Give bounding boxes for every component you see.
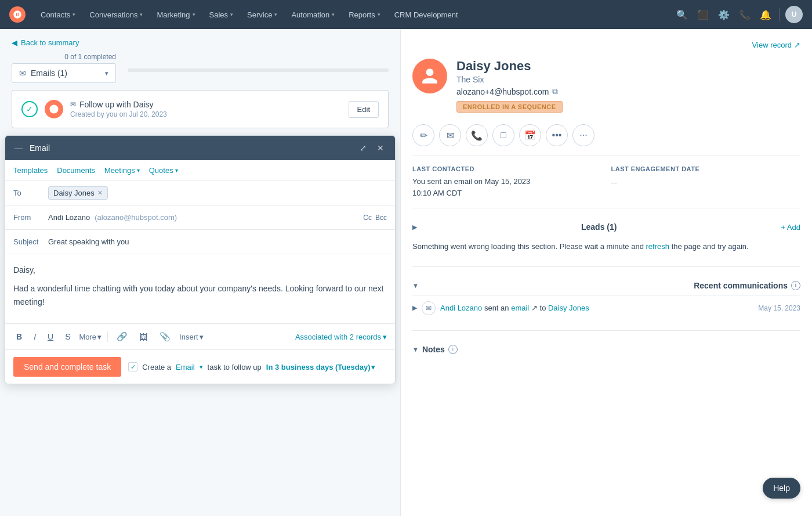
compose-title: Email — [30, 143, 351, 153]
more-formatting-button[interactable]: More ▾ — [79, 333, 102, 341]
more-actions-button[interactable]: ••• — [546, 124, 568, 146]
email-action-button[interactable]: ✉ — [439, 124, 461, 146]
last-engagement-label: LAST ENGAGEMENT DATE — [611, 165, 801, 172]
expand-compose-button[interactable]: ⤢ — [357, 142, 369, 154]
section-divider-1 — [412, 156, 800, 156]
follow-up-days-selector[interactable]: In 3 business days (Tuesday) ▾ — [266, 363, 376, 371]
comm-sender-link[interactable]: Andi Lozano — [440, 304, 482, 312]
notifications-icon[interactable]: 🔔 — [756, 5, 775, 24]
back-to-summary-link[interactable]: ◀ Back to summary — [0, 29, 400, 53]
follow-up-section: ✓ Create a Email ▾ task to follow up In … — [128, 362, 375, 371]
nav-sales[interactable]: Sales ▾ — [204, 7, 240, 23]
nav-divider — [779, 8, 780, 21]
nav-marketing[interactable]: Marketing ▾ — [151, 7, 201, 23]
nav-crm-dev[interactable]: CRM Development — [389, 7, 464, 23]
edit-task-button[interactable]: Edit — [349, 101, 379, 118]
contact-email-value: alozano+4@hubspot.com — [456, 87, 549, 96]
top-navigation: Contacts ▾ Conversations ▾ Marketing ▾ S… — [0, 0, 812, 29]
underline-button[interactable]: U — [45, 330, 56, 343]
sales-chevron: ▾ — [230, 12, 233, 17]
from-value: Andi Lozano (alozano@hubspot.com) — [48, 213, 363, 222]
subject-value[interactable]: Great speaking with you — [48, 237, 387, 246]
recent-comms-chevron[interactable]: ▼ — [412, 282, 419, 289]
leads-chevron[interactable]: ▶ — [412, 223, 417, 231]
email-type-chevron[interactable]: ▾ — [200, 363, 203, 371]
bcc-button[interactable]: Bcc — [375, 214, 387, 222]
back-arrow-icon: ◀ — [12, 38, 17, 47]
notes-info-icon[interactable]: i — [448, 345, 458, 354]
nav-reports[interactable]: Reports ▾ — [343, 7, 386, 23]
compose-body[interactable]: Daisy, Had a wonderful time chatting wit… — [5, 254, 395, 323]
remove-recipient-button[interactable]: ✕ — [97, 189, 103, 197]
bold-button[interactable]: B — [13, 330, 25, 343]
nav-icon-group: 🔍 ⬛ ⚙️ 📞 🔔 U — [672, 5, 803, 24]
nav-automation[interactable]: Automation ▾ — [285, 7, 340, 23]
insert-button[interactable]: Insert ▾ — [179, 333, 204, 341]
associated-records-link[interactable]: Associated with 2 records ▾ — [295, 333, 387, 341]
progress-bar-background — [128, 68, 389, 72]
quotes-chevron: ▾ — [175, 167, 178, 174]
follow-up-task-text: task to follow up — [208, 363, 262, 371]
comm-external-icon: ↗ — [531, 304, 538, 312]
documents-button[interactable]: Documents — [57, 166, 95, 175]
extra-actions-button[interactable]: ··· — [572, 124, 594, 146]
comm-recipient-link[interactable]: Daisy Jones — [548, 304, 589, 312]
hubspot-logo[interactable] — [9, 6, 26, 23]
contact-email-row: alozano+4@hubspot.com ⧉ — [456, 86, 563, 96]
search-icon[interactable]: 🔍 — [672, 5, 692, 24]
comm-item-chevron[interactable]: ▶ — [412, 304, 417, 312]
note-action-button[interactable]: ✏ — [412, 124, 434, 146]
send-and-complete-button[interactable]: Send and complete task — [13, 357, 121, 377]
task-action-button[interactable]: □ — [492, 124, 514, 146]
recent-comms-info-icon[interactable]: i — [791, 281, 800, 290]
comm-type-link[interactable]: email — [511, 304, 529, 312]
image-icon[interactable]: 🖼 — [136, 330, 151, 344]
compose-header: — Email ⤢ ✕ — [5, 136, 395, 160]
meetings-button[interactable]: Meetings ▾ — [104, 166, 140, 175]
comm-email-icon: ✉ — [422, 301, 436, 315]
phone-icon[interactable]: 📞 — [735, 5, 755, 24]
strikethrough-button[interactable]: S — [62, 330, 73, 343]
cc-bcc-links: Cc Bcc — [363, 214, 387, 222]
follow-up-create-text: Create a — [142, 363, 171, 371]
body-paragraph: Had a wonderful time chatting with you t… — [13, 282, 387, 308]
body-greeting: Daisy, — [13, 264, 387, 276]
task-meta: Created by you on Jul 20, 2023 — [70, 110, 342, 118]
last-contacted-value: You sent an email on May 15, 2023 10:10 … — [412, 176, 602, 199]
view-record-button[interactable]: View record ↗ — [752, 41, 800, 49]
refresh-link[interactable]: refresh — [646, 242, 669, 251]
notes-chevron[interactable]: ▼ — [412, 346, 419, 353]
nav-contacts[interactable]: Contacts ▾ — [35, 7, 81, 23]
email-selector[interactable]: ✉ Emails (1) ▾ — [12, 63, 116, 83]
right-panel: View record ↗ Daisy Jones The Six alozan… — [400, 29, 812, 516]
attachment-icon[interactable]: 📎 — [157, 330, 173, 344]
enrolled-badge: ENROLLED IN A SEQUENCE — [456, 101, 563, 113]
associated-chevron: ▾ — [383, 333, 387, 341]
recipient-tag: Daisy Jones ✕ — [48, 186, 108, 200]
meeting-action-button[interactable]: 📅 — [519, 124, 541, 146]
quotes-button[interactable]: Quotes ▾ — [149, 166, 178, 175]
italic-button[interactable]: I — [31, 330, 39, 343]
add-lead-button[interactable]: + Add — [781, 223, 800, 232]
nav-service[interactable]: Service ▾ — [241, 7, 283, 23]
page-layout: ◀ Back to summary 0 of 1 completed ✉ Ema… — [0, 29, 812, 516]
close-compose-button[interactable]: ✕ — [374, 142, 387, 154]
templates-button[interactable]: Templates — [13, 166, 48, 175]
help-button[interactable]: Help — [763, 478, 800, 499]
copy-email-icon[interactable]: ⧉ — [552, 86, 558, 96]
comm-item: ▶ ✉ Andi Lozano sent an email ↗ to Daisy… — [412, 295, 800, 321]
user-avatar[interactable]: U — [785, 6, 803, 23]
nav-conversations[interactable]: Conversations ▾ — [84, 7, 148, 23]
insert-chevron: ▾ — [200, 333, 204, 341]
recent-comms-section-row: ▼ Recent communications i — [412, 276, 800, 295]
link-icon[interactable]: 🔗 — [114, 330, 130, 344]
sequence-header: 0 of 1 completed ✉ Emails (1) ▾ — [0, 53, 400, 90]
settings-icon[interactable]: ⚙️ — [714, 5, 734, 24]
marketplace-icon[interactable]: ⬛ — [693, 5, 713, 24]
subject-label: Subject — [13, 237, 48, 246]
follow-up-type-selector[interactable]: Email — [176, 363, 195, 371]
call-action-button[interactable]: 📞 — [466, 124, 488, 146]
cc-button[interactable]: Cc — [363, 214, 372, 222]
follow-up-checkbox[interactable]: ✓ — [128, 362, 137, 371]
minimize-compose-button[interactable]: — — [13, 143, 24, 153]
